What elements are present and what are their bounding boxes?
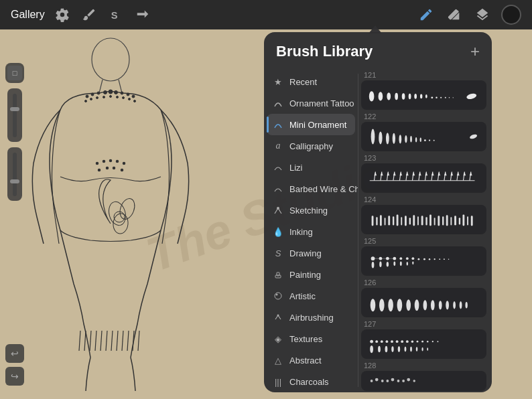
category-calligraphy[interactable]: a Calligraphy — [264, 135, 358, 157]
svg-point-167 — [397, 299, 403, 311]
svg-point-31 — [107, 200, 128, 228]
brush-previews: 121 — [358, 68, 492, 392]
svg-point-197 — [410, 347, 412, 352]
svg-rect-129 — [429, 214, 431, 226]
svg-point-203 — [381, 380, 384, 382]
charcoals-icon: ||| — [272, 376, 284, 388]
category-abstract[interactable]: △ Abstract — [264, 349, 358, 371]
brush-121[interactable]: 121 — [361, 71, 486, 110]
brush-128[interactable]: 128 — [361, 362, 486, 391]
svg-text:S: S — [111, 10, 117, 21]
svg-rect-121 — [397, 214, 399, 226]
painting-icon — [272, 268, 284, 281]
gallery-button[interactable]: Gallery — [11, 9, 45, 21]
svg-rect-118 — [385, 218, 386, 225]
svg-rect-125 — [413, 215, 415, 226]
svg-point-148 — [399, 257, 402, 260]
svg-point-76 — [415, 137, 417, 143]
opacity-slider[interactable] — [7, 147, 22, 201]
svg-marker-108 — [431, 172, 434, 176]
svg-point-204 — [386, 380, 389, 382]
category-lizi[interactable]: Lizi — [264, 157, 358, 178]
svg-point-79 — [429, 140, 430, 141]
brush-126-stroke — [361, 288, 486, 317]
brush-124[interactable]: 124 — [361, 195, 486, 234]
svg-point-80 — [434, 140, 435, 141]
brush-126[interactable]: 126 — [361, 278, 486, 317]
eraser-icon[interactable] — [445, 5, 464, 24]
svg-point-51 — [276, 294, 278, 296]
category-mini-ornament[interactable]: Mini Ornament — [267, 114, 355, 135]
settings-icon[interactable] — [53, 5, 72, 24]
svg-point-81 — [469, 133, 478, 139]
svg-point-15 — [96, 97, 98, 99]
svg-point-178 — [375, 340, 378, 343]
svg-point-147 — [393, 261, 395, 266]
mini-ornament-icon — [272, 118, 284, 131]
category-charcoals-label: Charcoals — [289, 377, 329, 387]
color-picker[interactable] — [501, 5, 521, 25]
svg-point-54 — [379, 92, 383, 100]
svg-point-25 — [117, 161, 119, 163]
redo-button[interactable]: ↪ — [5, 367, 24, 386]
category-barbed-wire[interactable]: Barbed Wire & Chain 1 — [264, 178, 358, 200]
svg-point-169 — [415, 299, 419, 311]
svg-marker-100 — [381, 172, 383, 176]
brush-125-stroke — [361, 246, 486, 276]
svg-point-168 — [406, 299, 411, 311]
svg-point-176 — [465, 302, 467, 309]
svg-point-174 — [453, 301, 456, 309]
rectangle-tool-button[interactable]: □ — [7, 66, 22, 80]
svg-point-206 — [397, 380, 400, 382]
svg-point-59 — [414, 94, 417, 99]
svg-point-4 — [86, 95, 88, 98]
brush-panel-body: ★ Recent Ornament Tattoo Mini Ornament a — [264, 68, 492, 392]
svg-point-198 — [416, 347, 417, 351]
brush-size-slider[interactable] — [7, 88, 22, 142]
category-drawing[interactable]: S Drawing — [264, 242, 358, 264]
brush-modify-icon[interactable] — [80, 5, 98, 24]
svg-point-73 — [399, 135, 401, 143]
svg-point-68 — [466, 92, 477, 100]
category-textures[interactable]: ◈ Textures — [264, 328, 358, 349]
layers-icon[interactable] — [473, 5, 492, 24]
svg-point-182 — [396, 340, 399, 343]
brush-124-stroke — [361, 205, 486, 234]
svg-point-209 — [413, 380, 415, 382]
svg-line-39 — [101, 331, 102, 351]
brush-127[interactable]: 127 — [361, 320, 486, 359]
svg-rect-123 — [405, 216, 407, 226]
smudge-icon[interactable]: S — [107, 5, 125, 24]
svg-point-27 — [98, 169, 101, 171]
svg-point-60 — [420, 94, 422, 99]
svg-point-57 — [402, 93, 405, 100]
svg-point-53 — [369, 91, 375, 101]
svg-point-153 — [412, 261, 413, 264]
svg-rect-138 — [467, 216, 468, 225]
svg-marker-109 — [438, 172, 440, 176]
category-sketching[interactable]: Sketching — [264, 200, 358, 221]
category-recent[interactable]: ★ Recent — [264, 71, 358, 92]
svg-point-50 — [275, 293, 281, 299]
svg-point-14 — [90, 98, 92, 100]
brush-122[interactable]: 122 — [361, 112, 486, 151]
svg-marker-114 — [470, 172, 472, 176]
brush-125[interactable]: 125 — [361, 237, 486, 276]
category-artistic[interactable]: Artistic — [264, 285, 358, 307]
category-painting[interactable]: Painting — [264, 264, 358, 285]
brush-121-number: 121 — [361, 71, 486, 79]
svg-point-171 — [431, 300, 435, 310]
category-inking[interactable]: 💧 Inking — [264, 221, 358, 242]
category-airbrushing[interactable]: Airbrushing — [264, 307, 358, 328]
body-illustration — [0, 29, 248, 399]
svg-rect-117 — [380, 215, 382, 226]
undo-button[interactable]: ↩ — [5, 344, 24, 363]
category-ornament-tattoo[interactable]: Ornament Tattoo — [264, 92, 358, 114]
pen-tool-icon[interactable] — [417, 5, 436, 24]
brush-123[interactable]: 123 — [361, 154, 486, 193]
svg-point-23 — [103, 161, 105, 163]
add-brush-button[interactable]: + — [470, 44, 480, 60]
transform-icon[interactable] — [133, 5, 152, 24]
category-charcoals[interactable]: ||| Charcoals — [264, 371, 358, 392]
brush-126-number: 126 — [361, 278, 486, 287]
